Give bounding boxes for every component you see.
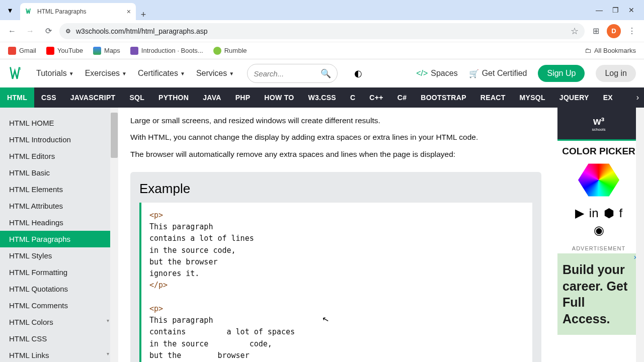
extensions-icon[interactable]: ⊞: [589, 24, 603, 38]
dark-mode-toggle[interactable]: ◐: [352, 67, 365, 80]
w3-favicon-icon: [25, 8, 33, 16]
new-tab-button[interactable]: +: [136, 10, 151, 20]
main-content: Large or small screens, and resized wind…: [118, 108, 553, 362]
menu-exercises[interactable]: Exercises▼: [85, 69, 127, 78]
lang-tab-bootstrap[interactable]: BOOTSTRAP: [414, 87, 473, 108]
kebab-menu-icon[interactable]: ⋮: [625, 24, 639, 38]
ad-career-box[interactable]: ✕ Build your career. Get Full Access.: [557, 253, 640, 335]
youtube-icon: [46, 47, 54, 55]
lang-tab-jquery[interactable]: JQUERY: [552, 87, 596, 108]
bookmarks-bar: Gmail YouTube Maps Introduction · Boots.…: [0, 42, 644, 59]
lang-tab-howto[interactable]: HOW TO: [257, 87, 301, 108]
sidebar-item-html-links[interactable]: HTML Links▾: [0, 347, 118, 362]
lang-tab-css[interactable]: CSS: [34, 87, 63, 108]
sidebar-item-html-styles[interactable]: HTML Styles: [0, 247, 118, 264]
sidebar-item-html-home[interactable]: HTML HOME: [0, 115, 118, 131]
youtube-icon[interactable]: ▶: [575, 206, 584, 220]
chevron-down-icon: ▾: [107, 318, 109, 323]
facebook-icon[interactable]: f: [619, 206, 623, 220]
close-window-icon[interactable]: ✕: [628, 6, 635, 14]
lang-tab-sql[interactable]: SQL: [122, 87, 151, 108]
bootstrap-icon: [130, 47, 138, 55]
get-certified-link[interactable]: 🛒Get Certified: [469, 69, 527, 78]
spaces-link[interactable]: </>Spaces: [416, 69, 458, 78]
back-button[interactable]: ←: [5, 24, 19, 38]
lang-tab-c[interactable]: C: [343, 87, 362, 108]
lang-tab-c[interactable]: C#: [390, 87, 414, 108]
url-box[interactable]: ⚙ w3schools.com/html/html_paragraphs.asp…: [59, 23, 585, 39]
bookmark-maps[interactable]: Maps: [93, 47, 120, 55]
lang-tab-java[interactable]: JAVA: [196, 87, 228, 108]
site-tune-icon[interactable]: ⚙: [65, 28, 71, 35]
lang-tab-html[interactable]: HTML: [0, 87, 34, 108]
sidebar-scrollbar[interactable]: [110, 108, 118, 362]
caret-down-icon: ▼: [180, 71, 185, 76]
sidebar-item-html-introduction[interactable]: HTML Introduction: [0, 131, 118, 148]
sidebar-item-html-formatting[interactable]: HTML Formatting: [0, 264, 118, 281]
sidebar-item-html-headings[interactable]: HTML Headings: [0, 214, 118, 231]
close-icon[interactable]: ×: [127, 8, 131, 16]
address-bar: ← → ⟳ ⚙ w3schools.com/html/html_paragrap…: [0, 20, 644, 42]
signup-button[interactable]: Sign Up: [538, 65, 585, 82]
menu-tutorials[interactable]: Tutorials▼: [36, 69, 74, 78]
tab-dropdown[interactable]: ▾: [0, 0, 20, 20]
color-wheel-icon[interactable]: [578, 162, 619, 198]
profile-avatar[interactable]: D: [607, 24, 621, 38]
sidebar-item-html-colors[interactable]: HTML Colors▾: [0, 314, 118, 330]
code-icon: </>: [416, 69, 428, 78]
menu-certificates[interactable]: Certificates▼: [138, 69, 185, 78]
minimize-icon[interactable]: —: [596, 6, 603, 14]
paragraph: The browser will automatically remove an…: [130, 148, 541, 160]
scrollbar-thumb[interactable]: [111, 113, 118, 158]
ad-w3-box[interactable]: w³schools: [557, 108, 640, 141]
ad-text: Build your career. Get Full Access.: [562, 261, 635, 327]
sidebar-item-html-css[interactable]: HTML CSS: [0, 330, 118, 347]
url-text: w3schools.com/html/html_paragraphs.asp: [76, 27, 207, 35]
lang-scroll-right-icon[interactable]: ›: [631, 93, 644, 102]
bookmark-star-icon[interactable]: ☆: [571, 26, 579, 37]
sidebar-item-html-quotations[interactable]: HTML Quotations: [0, 281, 118, 297]
caret-down-icon: ▼: [122, 71, 127, 76]
bookmark-gmail[interactable]: Gmail: [8, 47, 36, 55]
login-button[interactable]: Log in: [596, 65, 636, 82]
reload-button[interactable]: ⟳: [41, 24, 55, 38]
discord-icon[interactable]: ⬢: [604, 206, 614, 220]
w3schools-logo[interactable]: 3: [8, 64, 26, 82]
browser-tab[interactable]: HTML Paragraphs ×: [20, 3, 136, 20]
instagram-icon[interactable]: ◉: [594, 223, 604, 237]
bookmark-rumble[interactable]: Rumble: [213, 47, 247, 55]
lang-tab-w3css[interactable]: W3.CSS: [301, 87, 343, 108]
lang-tab-javascript[interactable]: JAVASCRIPT: [63, 87, 123, 108]
chevron-down-icon: ▾: [8, 6, 12, 15]
search-input[interactable]: [254, 69, 315, 78]
svg-text:3: 3: [19, 66, 21, 71]
menu-services[interactable]: Services▼: [196, 69, 234, 78]
bookmark-youtube[interactable]: YouTube: [46, 47, 83, 55]
lang-tab-mysql[interactable]: MYSQL: [513, 87, 552, 108]
code-block: <p> This paragraph contains a lot of lin…: [139, 203, 532, 362]
lang-tab-react[interactable]: REACT: [473, 87, 513, 108]
lang-tab-c[interactable]: C++: [362, 87, 390, 108]
forward-button[interactable]: →: [23, 24, 37, 38]
lang-tab-ex[interactable]: EX: [596, 87, 620, 108]
sidebar-item-html-elements[interactable]: HTML Elements: [0, 181, 118, 198]
sidebar-item-html-attributes[interactable]: HTML Attributes: [0, 198, 118, 214]
search-icon[interactable]: 🔍: [320, 68, 331, 79]
page-scrollbar[interactable]: [636, 108, 644, 362]
sidebar-item-html-basic[interactable]: HTML Basic: [0, 164, 118, 181]
sidebar-item-html-editors[interactable]: HTML Editors: [0, 148, 118, 164]
sidebar: HTML HOMEHTML IntroductionHTML EditorsHT…: [0, 108, 118, 362]
lang-tab-php[interactable]: PHP: [228, 87, 258, 108]
sidebar-item-html-paragraphs[interactable]: HTML Paragraphs: [0, 231, 118, 247]
example-box: Example <p> This paragraph contains a lo…: [130, 172, 541, 362]
all-bookmarks[interactable]: 🗀All Bookmarks: [585, 47, 636, 54]
linkedin-icon[interactable]: in: [589, 206, 599, 220]
caret-down-icon: ▼: [229, 71, 234, 76]
maximize-icon[interactable]: ❐: [612, 6, 619, 14]
paragraph: Large or small screens, and resized wind…: [130, 115, 541, 126]
lang-tab-python[interactable]: PYTHON: [151, 87, 196, 108]
search-box[interactable]: 🔍: [247, 64, 338, 83]
sidebar-item-html-comments[interactable]: HTML Comments: [0, 297, 118, 314]
folder-icon: 🗀: [585, 47, 591, 54]
bookmark-bootstrap[interactable]: Introduction · Boots...: [130, 47, 203, 55]
